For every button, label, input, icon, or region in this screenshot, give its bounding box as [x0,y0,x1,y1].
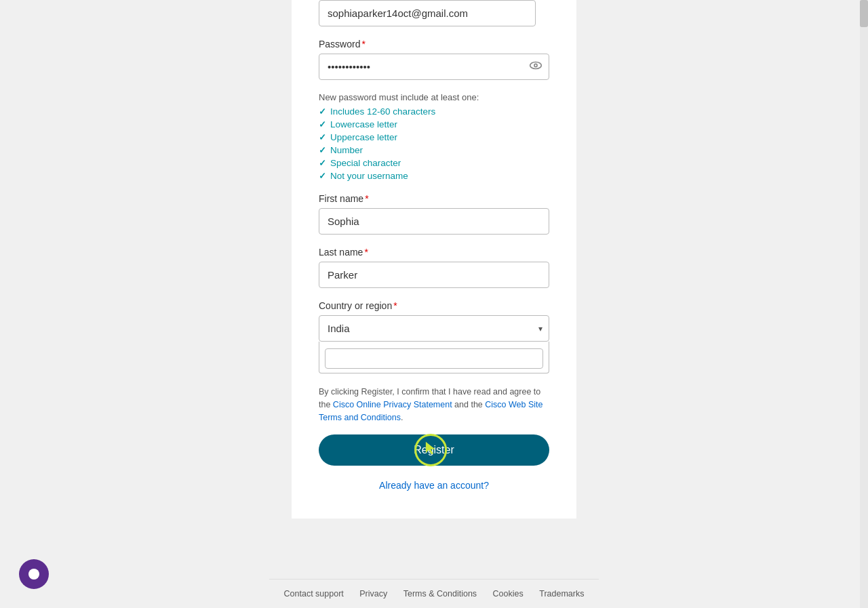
consent-text-3: . [401,413,403,422]
check-icon-special: ✓ [319,158,326,168]
page-wrapper: Password* New password must include at l… [0,0,868,608]
password-input[interactable] [319,54,549,80]
last-name-label: Last name* [319,247,549,258]
toggle-password-icon[interactable] [529,58,542,75]
validation-item-length: ✓ Includes 12-60 characters [319,106,549,117]
validation-item-lowercase: ✓ Lowercase letter [319,119,549,129]
svg-point-0 [530,62,542,68]
footer-cookies[interactable]: Cookies [493,589,524,599]
svg-point-1 [534,64,537,66]
register-button[interactable]: Register [319,434,549,466]
validation-item-username: ✓ Not your username [319,171,549,181]
validation-list: ✓ Includes 12-60 characters ✓ Lowercase … [319,106,549,181]
main-content: Password* New password must include at l… [0,0,868,579]
password-input-wrapper [319,54,549,80]
email-input[interactable] [319,0,536,26]
form-card: Password* New password must include at l… [292,0,576,519]
privacy-statement-link[interactable]: Cisco Online Privacy Statement [333,400,452,409]
consent-text: By clicking Register, I confirm that I h… [319,386,549,424]
country-select-wrapper: India United States United Kingdom Canad… [319,315,549,342]
password-label: Password* [319,39,549,49]
validation-text-number: Number [330,145,363,155]
scrollbar[interactable] [860,0,868,608]
check-icon-lowercase: ✓ [319,119,326,129]
validation-text-lowercase: Lowercase letter [330,119,397,129]
password-field-group: Password* [319,39,549,80]
country-search-wrapper [319,342,549,373]
footer-trademarks[interactable]: Trademarks [539,589,584,599]
password-hint: New password must include at least one: [319,92,549,102]
country-search-input[interactable] [325,348,543,369]
check-icon-username: ✓ [319,171,326,181]
floating-btn-inner [28,569,39,580]
first-name-input[interactable] [319,208,549,235]
scrollbar-thumb[interactable] [860,0,868,27]
country-select[interactable]: India United States United Kingdom Canad… [319,315,549,342]
validation-item-special: ✓ Special character [319,158,549,168]
consent-text-2: and the [452,400,486,409]
validation-text-uppercase: Uppercase letter [330,132,397,142]
footer: Contact support Privacy Terms & Conditio… [269,579,599,608]
first-name-field-group: First name* [319,193,549,235]
country-label: Country or region* [319,300,549,311]
footer-terms-conditions[interactable]: Terms & Conditions [403,589,477,599]
register-button-label: Register [414,444,454,455]
last-name-input[interactable] [319,262,549,288]
footer-contact-support[interactable]: Contact support [284,589,344,599]
floating-action-button[interactable] [19,559,49,589]
email-field-group [319,0,549,26]
footer-privacy[interactable]: Privacy [359,589,387,599]
validation-item-number: ✓ Number [319,145,549,155]
already-account-section: Already have an account? [319,479,549,491]
check-icon-uppercase: ✓ [319,132,326,142]
already-account-link[interactable]: Already have an account? [379,480,489,491]
validation-text-special: Special character [330,158,401,168]
validation-text-username: Not your username [330,171,408,181]
validation-text-length: Includes 12-60 characters [330,106,435,117]
last-name-field-group: Last name* [319,247,549,288]
check-icon-number: ✓ [319,145,326,155]
first-name-label: First name* [319,193,549,204]
country-field-group: Country or region* India United States U… [319,300,549,373]
validation-item-uppercase: ✓ Uppercase letter [319,132,549,142]
check-icon-length: ✓ [319,106,326,117]
